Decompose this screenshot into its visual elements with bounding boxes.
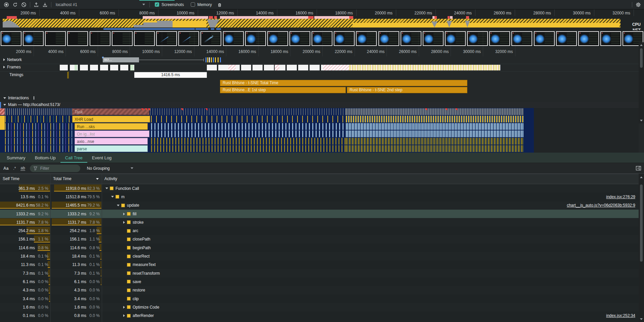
screenshot-thumbnail[interactable]: [600, 31, 621, 46]
screenshot-thumbnail[interactable]: [312, 31, 332, 46]
tab-bottom-up[interactable]: Bottom-Up: [30, 153, 60, 163]
tab-call-tree[interactable]: Call Tree: [60, 153, 87, 163]
tree-row-clearrect[interactable]: 18.4 ms0.1 %18.4 ms0.1 %clearRect: [0, 252, 639, 260]
match-case-button[interactable]: Aa: [3, 166, 8, 171]
load-profile-button[interactable]: [32, 1, 41, 9]
flame-bar-onig[interactable]: On ig...list: [75, 130, 149, 137]
screenshot-thumbnail[interactable]: [156, 31, 177, 46]
screenshot-thumbnail[interactable]: [178, 31, 199, 46]
network-track[interactable]: Network scr...: [0, 56, 639, 64]
gear-icon[interactable]: [634, 1, 643, 9]
main-thread-track-header[interactable]: Main — http://localhost:5173/: [0, 102, 639, 108]
timings-track[interactable]: Timings: [0, 71, 639, 79]
collapse-icon[interactable]: [116, 203, 121, 208]
timing-bar-total[interactable]: Rust Bhtsne - t-SNE Total Time: [220, 80, 467, 86]
expand-icon[interactable]: [122, 305, 126, 310]
column-total-time[interactable]: Total Time: [53, 176, 72, 181]
screenshot-thumbnail[interactable]: [289, 31, 310, 46]
tree-row-function-call[interactable]: 361.3 ms2.5 %11918.0 ms82.3 %Function Ca…: [0, 184, 639, 193]
interactions-track[interactable]: Interactions: [0, 95, 639, 102]
collapse-icon[interactable]: [104, 186, 109, 191]
tree-row-measuretext[interactable]: 11.3 ms0.1 %11.3 ms0.1 %measureText: [0, 261, 639, 269]
scroll-up-icon[interactable]: [640, 176, 643, 178]
screenshot-thumbnail[interactable]: [534, 31, 555, 46]
collect-garbage-icon[interactable]: [215, 1, 224, 9]
tree-row-fill[interactable]: 1333.2 ms9.2 %1333.2 ms9.2 %fill: [0, 210, 639, 218]
tree-row-afterrender[interactable]: 0.1 ms0.0 %0.8 ms0.0 %afterRenderindex.j…: [0, 311, 639, 320]
source-location-link[interactable]: index.jsx:276:29: [606, 195, 635, 199]
column-activity[interactable]: Activity: [104, 176, 117, 181]
expand-icon[interactable]: [122, 220, 126, 225]
tree-row-beginpath[interactable]: 114.6 ms0.8 %114.6 ms0.8 %beginPath: [0, 244, 639, 252]
tree-row-save[interactable]: 6.1 ms0.0 %6.1 ms0.0 %save: [0, 277, 639, 286]
network-track-header[interactable]: Network: [3, 57, 22, 62]
flame-bar-parse[interactable]: parse: [75, 145, 148, 152]
collapse-icon[interactable]: [110, 195, 115, 199]
screenshot-thumbnail[interactable]: [423, 31, 444, 46]
screenshot-thumbnail[interactable]: [23, 31, 44, 46]
tree-row-m[interactable]: 13.5 ms0.1 %11512.8 ms79.5 %mindex.jsx:2…: [0, 193, 639, 201]
tree-row-restore[interactable]: 4.3 ms0.0 %4.3 ms0.0 %restore: [0, 286, 639, 294]
save-profile-button[interactable]: [41, 1, 49, 9]
reload-record-button[interactable]: [11, 1, 19, 9]
tab-event-log[interactable]: Event Log: [87, 153, 117, 163]
regex-button[interactable]: .*: [13, 166, 16, 171]
network-request-bar[interactable]: scr...: [103, 57, 139, 62]
expand-icon[interactable]: [122, 313, 126, 318]
scroll-down-icon[interactable]: [640, 318, 643, 320]
screenshot-thumbnail[interactable]: [223, 31, 244, 46]
main-track-toggle[interactable]: Main — http://localhost:5173/: [3, 102, 60, 107]
tree-row-optimize-code[interactable]: 1.6 ms0.0 %1.6 ms0.0 %Optimize Code: [0, 303, 639, 311]
match-whole-word-button[interactable]: ab: [20, 166, 25, 171]
scroll-down-icon[interactable]: [640, 120, 643, 121]
clear-icon[interactable]: [19, 1, 28, 9]
screenshot-thumbnail[interactable]: [334, 31, 355, 46]
screenshot-thumbnail[interactable]: [245, 31, 266, 46]
timing-bar-step1[interactable]: Rust Bhtsne...E 1st step: [220, 87, 346, 93]
memory-checkbox[interactable]: Memory: [191, 2, 212, 7]
record-button[interactable]: [2, 1, 11, 9]
scrollbar-thumb[interactable]: [640, 48, 643, 68]
grouping-select[interactable]: No Grouping: [87, 166, 133, 171]
timing-bar-step2[interactable]: Rust Bhtsne - t-SNE 2nd step: [347, 87, 467, 93]
interactions-track-header[interactable]: Interactions: [3, 96, 29, 100]
tracks-scrollbar[interactable]: [639, 42, 644, 123]
filter-input[interactable]: Filter: [30, 165, 80, 172]
screenshot-thumbnail[interactable]: [578, 31, 599, 46]
flame-bar-xhr-load[interactable]: XHR Load: [72, 116, 150, 122]
frames-track-header[interactable]: Frames: [3, 65, 21, 69]
screenshot-thumbnail[interactable]: [556, 31, 577, 46]
tree-row-closepath[interactable]: 156.1 ms1.1 %156.1 ms1.1 %closePath: [0, 235, 639, 244]
frames-track[interactable]: Frames 1416.5 ms: [0, 64, 639, 72]
screenshot-thumbnail[interactable]: [467, 31, 488, 46]
tree-row-resettransform[interactable]: 7.3 ms0.1 %7.3 ms0.1 %resetTransform: [0, 269, 639, 277]
screenshot-thumbnail[interactable]: [134, 31, 155, 46]
tree-row-clip[interactable]: 3.4 ms0.0 %3.4 ms0.0 %clip: [0, 294, 639, 303]
screenshot-thumbnail[interactable]: [511, 31, 532, 46]
tree-row-stroke[interactable]: 1131.7 ms7.8 %1131.7 ms7.8 %stroke: [0, 218, 639, 226]
screenshot-thumbnail[interactable]: [378, 31, 399, 46]
show-sidebar-icon[interactable]: [636, 165, 641, 172]
tree-row-partial[interactable]: [0, 320, 639, 322]
flame-bar-axios-response[interactable]: axio...nse: [75, 138, 148, 145]
tab-summary[interactable]: Summary: [2, 153, 30, 163]
screenshot-thumbnail[interactable]: [45, 31, 66, 46]
column-self-time[interactable]: Self Time: [3, 176, 19, 181]
timeline-overview[interactable]: 2000 ms4000 ms6000 ms8000 ms10000 ms1200…: [0, 9, 644, 31]
grid-scrollbar[interactable]: [639, 174, 644, 322]
flame-bar-task[interactable]: Task: [72, 108, 149, 115]
tree-row-update[interactable]: 8421.6 ms58.2 %11465.5 ms79.2 %updatecha…: [0, 201, 639, 210]
screenshot-thumbnail[interactable]: [445, 31, 466, 46]
screenshot-thumbnail[interactable]: [267, 31, 288, 46]
source-location-link[interactable]: index.jsx:252:34: [606, 313, 635, 318]
scrollbar-thumb[interactable]: [640, 184, 643, 262]
screenshot-thumbnail[interactable]: [1, 31, 21, 46]
screenshot-thumbnail[interactable]: [489, 31, 510, 46]
expand-icon[interactable]: [122, 212, 126, 216]
screenshot-thumbnail[interactable]: [90, 31, 110, 46]
flame-bar-run-tasks[interactable]: Run ...sks: [75, 123, 148, 130]
scroll-up-icon[interactable]: [640, 44, 643, 46]
screenshot-thumbnail[interactable]: [356, 31, 377, 46]
tree-row-arc[interactable]: 254.2 ms1.8 %254.2 ms1.8 %arc: [0, 226, 639, 235]
screenshot-thumbnail[interactable]: [200, 31, 221, 46]
